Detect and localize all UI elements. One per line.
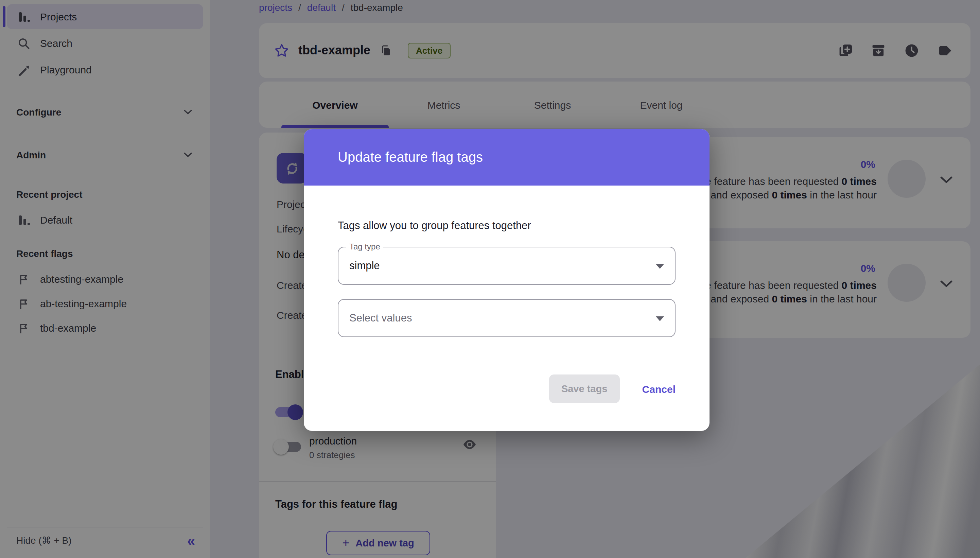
tag-values-select[interactable]: Select values	[338, 299, 675, 337]
modal-title: Update feature flag tags	[338, 149, 483, 165]
modal-description: Tags allow you to group features togethe…	[338, 220, 675, 232]
tag-type-label: Tag type	[346, 242, 383, 251]
tag-type-select[interactable]: Tag type simple	[338, 247, 675, 285]
update-tags-modal: Update feature flag tags Tags allow you …	[304, 129, 710, 431]
modal-body: Tags allow you to group features togethe…	[304, 220, 710, 403]
dropdown-arrow-icon	[656, 317, 664, 321]
modal-actions: Save tags Cancel	[338, 374, 675, 403]
screen: Projects Search Playground Configure Adm…	[0, 0, 980, 558]
cancel-button[interactable]: Cancel	[642, 383, 675, 394]
tag-values-placeholder: Select values	[349, 312, 412, 324]
tag-type-value: simple	[349, 259, 380, 272]
dropdown-arrow-icon	[656, 264, 664, 269]
save-tags-button[interactable]: Save tags	[549, 374, 620, 403]
modal-header: Update feature flag tags	[304, 129, 710, 185]
app-viewport: Projects Search Playground Configure Adm…	[0, 0, 980, 558]
